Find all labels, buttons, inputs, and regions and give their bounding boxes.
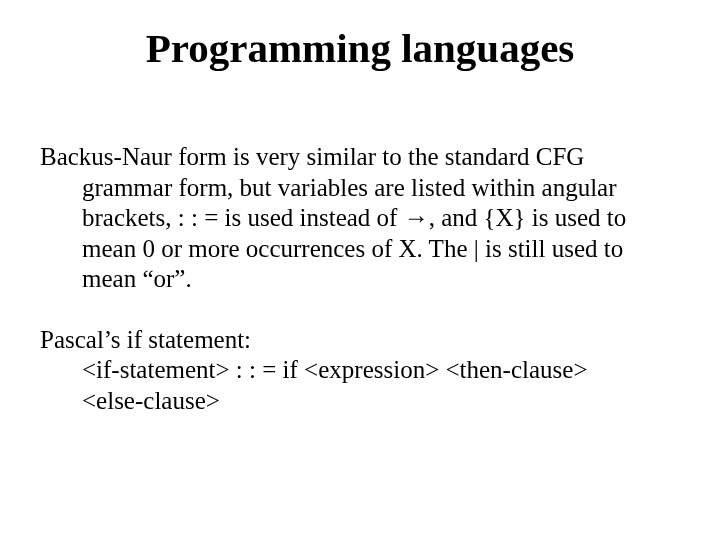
code-line: <else-clause> — [40, 386, 680, 417]
paragraph-bnf-description: Backus-Naur form is very similar to the … — [40, 142, 680, 295]
slide-title: Programming languages — [40, 24, 680, 72]
paragraph-pascal-example: Pascal’s if statement: <if-statement> : … — [40, 325, 680, 417]
slide-body: Backus-Naur form is very similar to the … — [40, 142, 680, 416]
text-line: grammar form, but variables are listed w… — [82, 174, 626, 293]
text-line: Backus-Naur form is very similar to the … — [40, 143, 584, 170]
text-line: Pascal’s if statement: — [40, 325, 680, 356]
code-line: <if-statement> : : = if <expression> <th… — [40, 355, 680, 386]
slide: Programming languages Backus-Naur form i… — [0, 0, 720, 540]
